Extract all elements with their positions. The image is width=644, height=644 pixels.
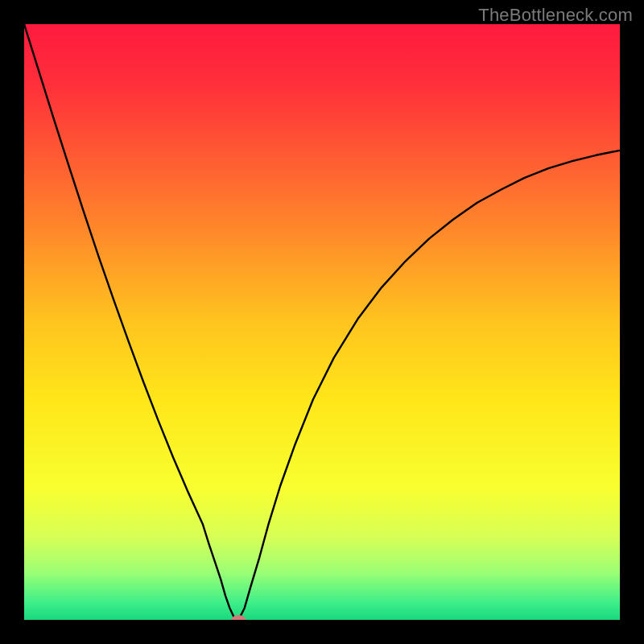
- gradient-background: [24, 24, 620, 620]
- watermark-text: TheBottleneck.com: [478, 5, 633, 26]
- chart-frame: TheBottleneck.com: [0, 0, 644, 644]
- plot-area: [24, 24, 620, 620]
- plot-svg: [24, 24, 620, 620]
